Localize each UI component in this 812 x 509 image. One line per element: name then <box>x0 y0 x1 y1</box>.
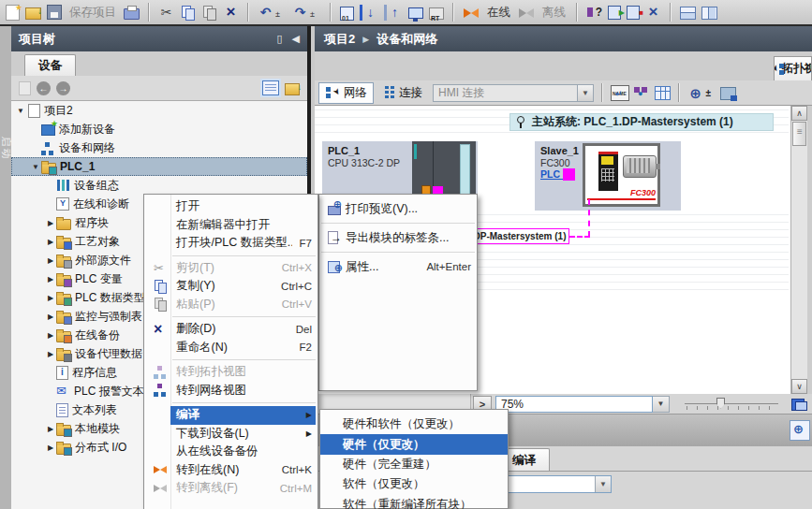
chevron-right-icon[interactable]: ▶ <box>45 444 56 452</box>
zoom-icon[interactable] <box>687 85 703 101</box>
runtime-icon[interactable] <box>429 7 444 20</box>
forward-icon[interactable]: → <box>56 81 70 95</box>
zoom-slider[interactable] <box>685 397 778 412</box>
tree-item-项目2[interactable]: ▼项目2 <box>11 101 307 120</box>
collapse-panel-icon[interactable]: ◀ <box>292 33 300 45</box>
zoom-chevron-down-icon[interactable]: ▼ <box>653 396 670 413</box>
split-horizontal-icon[interactable] <box>680 7 696 20</box>
stop-cpu-icon[interactable] <box>627 6 640 20</box>
delete-icon[interactable] <box>223 5 239 21</box>
chevron-right-icon[interactable]: ▶ <box>45 256 56 265</box>
context-menu-item-属性-[interactable]: 属性...Alt+Enter <box>319 256 477 277</box>
submenu-item-硬件-完全重建-[interactable]: 硬件（完全重建） <box>320 455 508 474</box>
context-menu-item-导出模块的标签条-[interactable]: 导出模块的标签条... <box>319 227 477 248</box>
tab-topology-view[interactable]: 拓扑视图 <box>774 56 812 80</box>
diagnostics-icon[interactable] <box>586 5 602 21</box>
redo-icon[interactable] <box>292 5 308 21</box>
back-icon[interactable]: ← <box>37 81 51 95</box>
highlight-mastersystem-icon[interactable] <box>634 86 650 99</box>
chevron-down-icon[interactable]: ▼ <box>15 107 26 115</box>
upload-from-device-icon[interactable] <box>384 5 403 21</box>
chevron-right-icon[interactable]: ▶ <box>45 331 56 340</box>
chevron-right-icon[interactable]: ▶ <box>45 294 56 302</box>
breadcrumb-project[interactable]: 项目2 <box>324 31 355 48</box>
tree-item-设备和网络[interactable]: 设备和网络 <box>11 138 307 157</box>
memory-card-icon[interactable] <box>340 7 354 21</box>
cut-icon[interactable] <box>158 5 174 21</box>
context-menu-item-删除-D-[interactable]: 删除(D)Del <box>144 320 317 339</box>
collapse-all-icon[interactable] <box>285 83 300 95</box>
tab-devices[interactable]: 设备 <box>24 54 76 76</box>
print-icon[interactable] <box>124 8 140 20</box>
context-menu-item-在新编辑器中打开[interactable]: 在新编辑器中打开 <box>144 216 317 235</box>
fit-to-window-icon[interactable] <box>791 397 808 412</box>
drive-device-image[interactable]: FC300 <box>583 143 660 207</box>
context-menu-item-重命名-N-[interactable]: 重命名(N)F2 <box>144 339 317 357</box>
tree-item-设备组态[interactable]: 设备组态 <box>11 176 307 195</box>
save-project-label[interactable]: 保存项目 <box>69 5 116 21</box>
undo-icon[interactable] <box>258 5 273 21</box>
table-view-icon[interactable] <box>655 86 671 100</box>
tree-item-PLC_1[interactable]: ▼PLC_1 <box>11 157 307 176</box>
properties-icon[interactable] <box>790 420 810 441</box>
dp-connection-line[interactable] <box>588 199 590 237</box>
context-menu-item-从在线设备备份[interactable]: 从在线设备备份 <box>144 443 317 461</box>
breadcrumb-page[interactable]: 设备和网络 <box>376 31 437 48</box>
new-item-icon[interactable] <box>19 81 31 95</box>
go-offline-label[interactable]: 离线 <box>542 5 566 21</box>
context-menu-item-转到网络视图[interactable]: 转到网络视图 <box>144 382 317 400</box>
pane-mode-icon[interactable]: ▯ <box>276 33 282 45</box>
inspector-filter-select[interactable]: ▼ <box>505 475 612 493</box>
scrollbar-thumb[interactable] <box>792 122 806 146</box>
download-to-device-icon[interactable] <box>360 5 378 21</box>
chevron-right-icon[interactable]: ▶ <box>45 275 56 284</box>
split-vertical-icon[interactable] <box>701 7 717 20</box>
vertical-scrollbar[interactable]: ∧ ∨ <box>790 106 807 394</box>
start-simulation-icon[interactable] <box>408 7 423 19</box>
submenu-item-软件-重新编译所有块-[interactable]: 软件（重新编译所有块） <box>320 495 508 509</box>
context-menu-item-复制-Y-[interactable]: 复制(Y)Ctrl+C <box>144 277 317 296</box>
context-menu-item-打开[interactable]: 打开 <box>144 197 317 216</box>
dp-mastersystem-label[interactable]: DP-Mastersystem (1) <box>470 228 569 244</box>
chevron-right-icon[interactable]: ▶ <box>45 425 56 433</box>
submenu-item-硬件和软件-仅更改-[interactable]: 硬件和软件（仅更改） <box>320 414 508 434</box>
chevron-down-icon[interactable]: ▼ <box>30 163 41 171</box>
start-cpu-icon[interactable] <box>608 6 621 20</box>
submenu-item-软件-仅更改-[interactable]: 软件（仅更改） <box>320 474 508 494</box>
dp-port[interactable] <box>563 168 575 181</box>
chevron-right-icon[interactable]: ▶ <box>45 219 56 227</box>
device-slave1[interactable]: Slave_1 FC300 PLC_1 FC300 <box>535 141 681 211</box>
accessible-devices-icon[interactable] <box>645 5 661 21</box>
chevron-right-icon[interactable]: ▶ <box>45 313 56 321</box>
context-menu-item-下载到设备-L-[interactable]: 下载到设备(L)▶ <box>144 425 317 444</box>
new-project-icon[interactable] <box>6 5 20 21</box>
zoom-level-select[interactable]: 75% <box>495 396 653 413</box>
context-menu-item-编译[interactable]: 编译▶ <box>144 406 317 425</box>
save-project-icon[interactable] <box>47 5 62 20</box>
open-project-icon[interactable] <box>25 7 41 20</box>
submenu-item-硬件-仅更改-[interactable]: 硬件（仅更改） <box>320 434 508 454</box>
copy-icon[interactable] <box>180 5 196 21</box>
chevron-right-icon[interactable]: ▶ <box>45 238 56 246</box>
context-menu-item-打印预览-V-[interactable]: 打印预览(V)... <box>319 198 477 219</box>
device-plc1[interactable]: PLC_1 CPU 313C-2 DP <box>322 141 478 199</box>
fit-page-icon[interactable] <box>720 87 736 100</box>
plc-device-image[interactable] <box>412 141 476 199</box>
paste-icon[interactable] <box>201 5 217 21</box>
list-view-icon[interactable] <box>262 80 279 95</box>
show-addresses-icon[interactable] <box>611 85 629 101</box>
context-menu-item-打开块-PLC-数据类型-[interactable]: 打开块/PLC 数据类型...F7 <box>144 234 317 253</box>
master-system-banner[interactable]: 主站系统: PLC_1.DP-Mastersystem (1) <box>509 113 774 131</box>
scroll-up-icon[interactable]: ∧ <box>791 106 807 121</box>
scroll-down-icon[interactable]: ∨ <box>791 379 807 394</box>
go-online-icon[interactable] <box>463 5 480 21</box>
go-offline-icon[interactable] <box>518 5 535 21</box>
connections-mode-button[interactable]: 连接 <box>378 83 428 103</box>
network-mode-button[interactable]: 网络 <box>318 82 374 104</box>
context-menu-item-转到在线-N-[interactable]: 转到在线(N)Ctrl+K <box>144 461 317 480</box>
dp-connection-line[interactable] <box>569 236 590 238</box>
tree-item-添加新设备[interactable]: 添加新设备 <box>11 120 307 138</box>
connection-type-select[interactable]: HMI 连接 ▼ <box>433 84 594 102</box>
chevron-right-icon[interactable]: ▶ <box>45 350 56 358</box>
go-online-label[interactable]: 在线 <box>487 5 510 21</box>
